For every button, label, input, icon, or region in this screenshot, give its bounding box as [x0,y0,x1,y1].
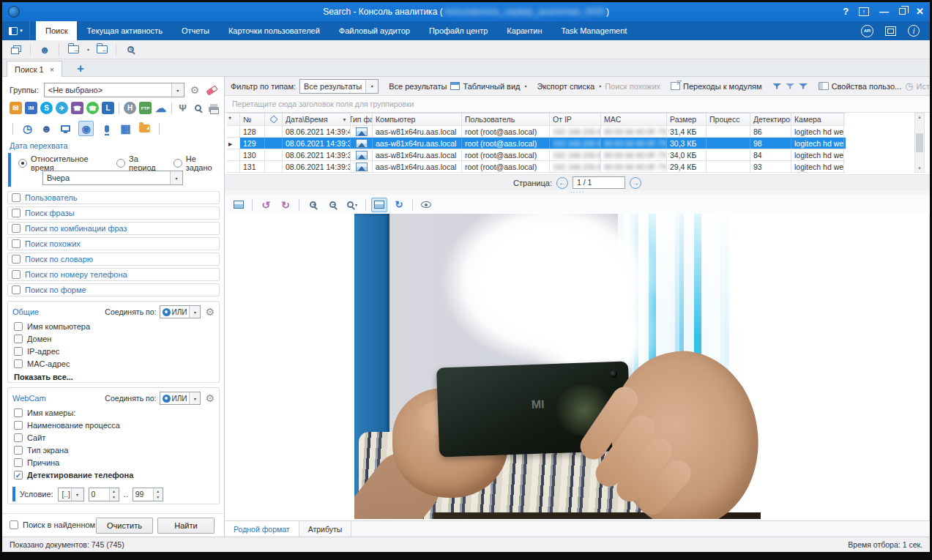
refresh-image-button[interactable]: ↻ [391,198,407,212]
column-detected[interactable]: Детектирова [750,113,791,125]
clear-groups-icon[interactable] [206,85,218,95]
checkbox[interactable] [14,335,23,343]
table-row[interactable]: 128 08.06.2021 14:39:41 aas-w81x64ru.aas… [227,126,846,138]
device-search-icon[interactable] [192,102,204,114]
checkbox-screen-type[interactable]: Тип экрана [8,444,219,456]
previous-page-button[interactable]: ← [556,177,568,189]
checkbox-process-name[interactable]: Наименование процесса [8,419,219,431]
spin-down-icon[interactable]: ▼ [110,494,119,501]
webcam-snapshot[interactable]: MI [354,214,761,519]
menu-tab-quarantine[interactable]: Карантин [497,21,551,40]
column-datetime[interactable]: Дата\Время▼ [283,113,351,125]
rotate-right-button[interactable]: ↻ [277,198,294,212]
common-join-select[interactable]: ИЛИ ▾ [160,305,201,318]
telegram-icon[interactable]: ✈ [56,102,68,114]
printer-icon[interactable] [207,102,220,114]
spin-down-icon[interactable]: ▼ [154,494,163,501]
windows-layout-button[interactable] [8,42,24,57]
column-size[interactable]: Размер [667,113,707,125]
checkbox[interactable] [12,224,20,233]
monitor-icon[interactable] [59,122,72,135]
table-row-selected[interactable]: ▸ 129 08.06.2021 14:39:38 aas-w81x64ru.a… [227,138,846,149]
column-number[interactable]: № [240,113,265,125]
radio-period[interactable] [116,159,125,168]
chat-history-button[interactable]: ◷История переписки [905,81,930,92]
menu-tab-profile-center[interactable]: Профайл центр [420,21,497,40]
im-icon[interactable]: IM [25,102,37,114]
save-image-button[interactable] [231,198,247,212]
menu-tab-current-activity[interactable]: Текущая активность [77,21,171,40]
ftp-icon[interactable]: FTP [139,102,152,114]
scroll-down-icon[interactable]: ▼ [917,166,922,171]
checkbox-camera-name[interactable]: Имя камеры: [8,406,219,419]
checkbox[interactable] [14,458,23,467]
checkbox[interactable] [14,322,23,331]
view-mode-button[interactable] [418,198,434,212]
zoom-select-button[interactable]: ▾ [344,198,360,212]
common-settings-icon[interactable]: ⚙ [205,307,215,317]
package-icon[interactable] [885,26,896,36]
checkbox-mac-address[interactable]: MAC-адрес [8,357,219,370]
column-marker[interactable]: * [227,113,240,125]
panel-user[interactable]: Пользователь [7,191,220,204]
checkbox-domain[interactable]: Домен [8,332,219,345]
groups-select[interactable]: <Не выбрано> ▾ [44,83,184,97]
find-button[interactable]: Найти [157,518,215,534]
checkbox[interactable] [14,408,23,417]
fit-to-window-button[interactable] [371,198,387,212]
close-button[interactable]: ✕ [916,2,924,21]
tab-search-1[interactable]: Поиск 1 × [7,61,62,77]
app-menu-button[interactable]: ▾ [2,21,30,40]
minimize-button[interactable]: — [879,2,889,21]
export-folder-button[interactable]: → [65,42,81,57]
rotate-left-button[interactable]: ↺ [258,198,274,212]
condition-to-stepper[interactable]: 99 ▲▼ [133,488,163,501]
scroll-up-icon[interactable]: ▲ [917,115,922,119]
filter-funnel-clear-button[interactable] [786,83,795,89]
viber-icon[interactable]: ☎ [71,102,83,114]
panel-phrase-combination[interactable]: Поиск по комбинации фраз [7,222,220,235]
checkbox[interactable] [14,359,23,368]
checkbox[interactable] [12,239,20,248]
info-icon[interactable]: i [908,25,920,37]
pin-window-button[interactable]: ↑ [859,7,869,16]
keyboard-icon[interactable]: ▦ [119,122,132,135]
checkbox[interactable] [14,421,23,430]
help-button[interactable]: ? [843,2,849,21]
api-icon[interactable]: API [861,25,873,37]
column-process[interactable]: Процесс [707,113,750,125]
panel-phone-number-search[interactable]: Поиск по номеру телефона [7,268,220,281]
show-all-link[interactable]: Показать все... [8,370,219,384]
splitter-handle[interactable]: ····· [225,190,930,195]
checkbox[interactable] [14,446,23,455]
add-tab-button[interactable]: + [77,61,84,76]
export-folder-caret-icon[interactable]: ▾ [87,47,89,52]
user-properties-button[interactable]: Свойства пользо... [819,82,902,91]
column-from-ip[interactable]: От IP [550,113,601,125]
usb-icon[interactable]: Ψ [176,102,189,114]
filter-type-select[interactable]: Все результаты ▾ [299,79,379,94]
search-by-id-button[interactable]: ID [122,42,138,57]
mail-icon[interactable]: ✉ [10,102,22,114]
page-number-input[interactable]: 1 / 1 [573,176,625,189]
files-folder-icon[interactable] [138,122,151,135]
search-similar-button[interactable]: Поиск похожих [605,82,660,91]
checkbox[interactable] [12,209,20,217]
panel-dictionary-search[interactable]: Поиск по словарю [7,253,220,266]
scrollbar-thumb[interactable] [916,133,923,152]
webcam-join-select[interactable]: ИЛИ ▾ [160,392,201,405]
table-row[interactable]: 131 08.06.2021 14:39:33 aas-w81x64ru.aas… [227,161,846,173]
menu-tab-file-auditor[interactable]: Файловый аудитор [329,21,420,40]
checkbox[interactable] [14,433,23,442]
checkbox[interactable] [12,193,20,202]
column-camera[interactable]: Камера [791,113,844,125]
table-view-button[interactable]: Табличный вид▾ [450,82,526,91]
clock-monitoring-icon[interactable]: ◷ [21,122,34,135]
checkbox-site[interactable]: Сайт [8,431,219,444]
microphone-icon[interactable] [100,122,113,135]
panel-similar-search[interactable]: Поиск похожих [7,237,220,250]
import-folder-button[interactable]: ← [94,42,110,57]
spin-up-icon[interactable]: ▲ [154,488,163,495]
menu-tab-user-cards[interactable]: Карточки пользователей [219,21,329,40]
radio-relative-time[interactable] [18,159,27,168]
